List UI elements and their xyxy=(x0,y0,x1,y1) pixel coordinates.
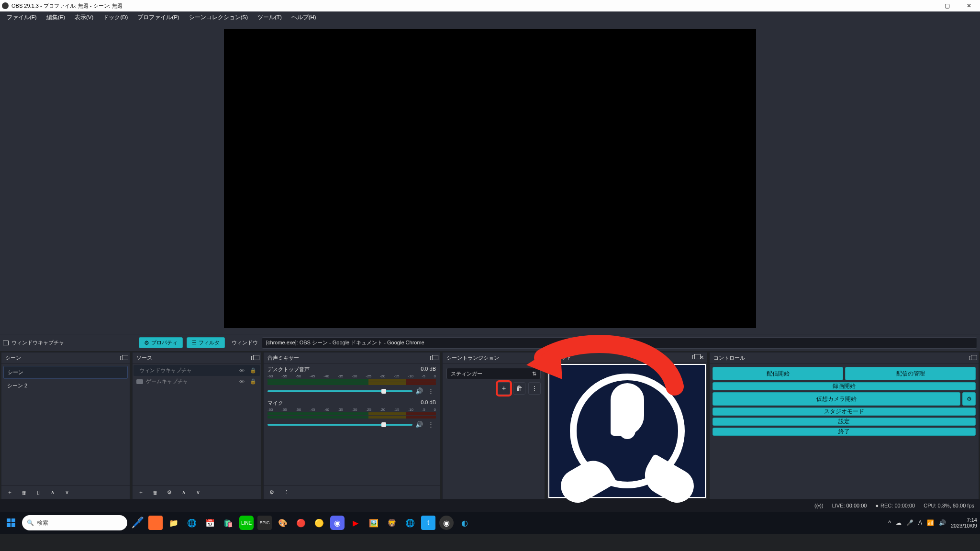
start-recording-button[interactable]: 録画開始 xyxy=(713,382,976,390)
scenes-list[interactable]: シーン シーン 2 xyxy=(1,364,130,485)
source-lock-toggle[interactable]: 🔒 xyxy=(249,367,257,374)
menu-file[interactable]: ファイル(F) xyxy=(2,13,42,22)
menu-bar: ファイル(F) 編集(E) 表示(V) ドック(D) プロファイル(P) シーン… xyxy=(0,11,980,23)
source-visibility-toggle[interactable]: 👁 xyxy=(238,368,245,374)
tray-chevron-up-icon[interactable]: ^ xyxy=(888,519,891,526)
menu-profile[interactable]: プロファイル(P) xyxy=(133,13,184,22)
transitions-dock: シーントランジション スティンガー ⇅ ＋ 🗑 ⋮ xyxy=(442,352,545,499)
studio-mode-button[interactable]: スタジオモード xyxy=(713,408,976,416)
menu-dock[interactable]: ドック(D) xyxy=(98,13,133,22)
taskbar-app-icon[interactable]: 🖊️ xyxy=(130,516,145,530)
controls-popout-button[interactable] xyxy=(968,355,975,362)
source-lock-toggle[interactable]: 🔒 xyxy=(249,378,257,385)
transition-properties-button[interactable]: ⋮ xyxy=(528,382,541,395)
tray-wifi-icon[interactable]: 📶 xyxy=(927,519,934,526)
taskbar-app-icon[interactable]: 🎨 xyxy=(276,516,290,530)
source-move-up-button[interactable]: ∧ xyxy=(178,487,189,498)
taskbar-obs-icon[interactable]: ◉ xyxy=(439,516,454,530)
window-close-button[interactable]: ✕ xyxy=(958,0,980,11)
taskbar-search-input[interactable]: 🔍 検索 xyxy=(22,515,127,530)
tray-volume-icon[interactable]: 🔊 xyxy=(939,519,946,526)
scene-filter-button[interactable]: ▯ xyxy=(33,487,44,498)
chat-popout-button[interactable] xyxy=(692,354,698,361)
start-button[interactable] xyxy=(3,515,19,531)
obs-logo-icon xyxy=(570,374,685,488)
mixer-meter xyxy=(267,412,436,415)
scene-move-down-button[interactable]: ∨ xyxy=(62,487,72,498)
gear-icon: ⚙ xyxy=(144,340,149,346)
taskbar-brave-icon[interactable]: 🦁 xyxy=(385,516,399,530)
taskbar-chrome-icon[interactable]: 🌐 xyxy=(403,516,417,530)
exit-button[interactable]: 終了 xyxy=(713,428,976,436)
add-transition-button[interactable]: ＋ xyxy=(498,382,510,395)
tray-onedrive-icon[interactable]: ☁ xyxy=(896,519,902,526)
mixer-channel-menu-button[interactable]: ⋮ xyxy=(426,420,436,429)
start-streaming-button[interactable]: 配信開始 xyxy=(713,367,843,380)
scenes-popout-button[interactable] xyxy=(119,355,126,362)
menu-help[interactable]: ヘルプ(H) xyxy=(287,13,321,22)
taskbar-app-icon[interactable]: 🖼️ xyxy=(367,516,381,530)
mixer-channel-menu-button[interactable]: ⋮ xyxy=(426,386,436,396)
remove-scene-button[interactable]: 🗑 xyxy=(19,487,29,498)
mixer-volume-slider[interactable] xyxy=(267,390,412,392)
menu-view[interactable]: 表示(V) xyxy=(70,13,98,22)
taskbar-calendar-icon[interactable]: 📅 xyxy=(203,516,217,530)
window-maximize-button[interactable]: ▢ xyxy=(936,0,958,11)
menu-tools[interactable]: ツール(T) xyxy=(253,13,287,22)
preview-canvas[interactable] xyxy=(224,29,756,328)
filters-button[interactable]: ☰ フィルタ xyxy=(187,337,225,348)
status-rec: REC: 00:00:00 xyxy=(880,503,915,508)
properties-button[interactable]: ⚙ プロパティ xyxy=(139,337,183,348)
taskbar-twitter-icon[interactable]: t xyxy=(421,516,435,530)
mixer-volume-slider[interactable] xyxy=(267,424,412,426)
taskbar-explorer-icon[interactable]: 📁 xyxy=(167,516,181,530)
source-properties-button[interactable]: ⚙ xyxy=(164,487,175,498)
speaker-icon[interactable]: 🔊 xyxy=(415,421,423,428)
menu-scene-collection[interactable]: シーンコレクション(S) xyxy=(184,13,253,22)
taskbar-youtube-icon[interactable]: ▶ xyxy=(348,516,363,530)
mixer-menu-button[interactable]: ⋮ xyxy=(281,487,291,498)
transition-select-dropdown[interactable]: スティンガー ⇅ xyxy=(446,368,541,379)
source-item[interactable]: ゲームキャプチャ 👁 🔒 xyxy=(134,376,260,387)
sources-popout-button[interactable] xyxy=(250,355,257,362)
source-move-down-button[interactable]: ∨ xyxy=(193,487,203,498)
popout-icon xyxy=(969,356,974,360)
search-icon: 🔍 xyxy=(27,519,34,526)
menu-edit[interactable]: 編集(E) xyxy=(42,13,70,22)
source-item[interactable]: ウィンドウキャプチャ 👁 🔒 xyxy=(134,365,260,376)
add-source-button[interactable]: ＋ xyxy=(135,487,146,498)
taskbar-chrome-icon[interactable]: 🟡 xyxy=(312,516,326,530)
record-dot-icon: ● xyxy=(875,503,879,508)
sources-list[interactable]: ウィンドウキャプチャ 👁 🔒 ゲームキャプチャ 👁 🔒 xyxy=(133,364,261,485)
window-minimize-button[interactable]: — xyxy=(914,0,936,11)
taskbar-app-icon[interactable]: ◐ xyxy=(457,516,472,530)
taskbar-clock[interactable]: 7:14 2023/10/09 xyxy=(951,517,977,529)
taskbar-edge-icon[interactable]: 🌐 xyxy=(185,516,199,530)
virtual-camera-settings-button[interactable]: ⚙ xyxy=(962,392,976,406)
mixer-advanced-button[interactable]: ⚙ xyxy=(267,487,277,498)
taskbar-discord-icon[interactable]: ◉ xyxy=(330,516,345,530)
tray-mic-icon[interactable]: 🎤 xyxy=(906,519,913,526)
tray-language-icon[interactable]: A xyxy=(918,519,922,526)
speaker-icon[interactable]: 🔊 xyxy=(415,387,423,395)
context-source-name: ウィンドウキャプチャ xyxy=(3,339,64,346)
taskbar-epic-icon[interactable]: EPIC xyxy=(257,516,272,530)
window-select-dropdown[interactable]: [chrome.exe]: OBS シーン - Google ドキュメント - … xyxy=(262,337,977,349)
scene-item[interactable]: シーン 2 xyxy=(3,380,128,392)
remove-source-button[interactable]: 🗑 xyxy=(150,487,160,498)
manage-streaming-button[interactable]: 配信の管理 xyxy=(845,367,976,380)
taskbar-store-icon[interactable]: 🛍️ xyxy=(221,516,235,530)
mixer-popout-button[interactable] xyxy=(429,355,436,362)
add-scene-button[interactable]: ＋ xyxy=(4,487,15,498)
taskbar-app-icon[interactable] xyxy=(148,516,163,530)
taskbar-app-icon[interactable]: 🔴 xyxy=(294,516,308,530)
start-virtual-camera-button[interactable]: 仮想カメラ開始 xyxy=(713,392,960,406)
window-capture-icon xyxy=(3,341,9,345)
scene-item[interactable]: シーン xyxy=(3,366,128,379)
window-select-label: ウィンドウ xyxy=(232,339,258,346)
scene-move-up-button[interactable]: ∧ xyxy=(47,487,58,498)
settings-button[interactable]: 設定 xyxy=(713,418,976,426)
remove-transition-button[interactable]: 🗑 xyxy=(513,382,525,395)
source-visibility-toggle[interactable]: 👁 xyxy=(238,379,245,385)
taskbar-line-icon[interactable]: LINE xyxy=(239,516,254,530)
